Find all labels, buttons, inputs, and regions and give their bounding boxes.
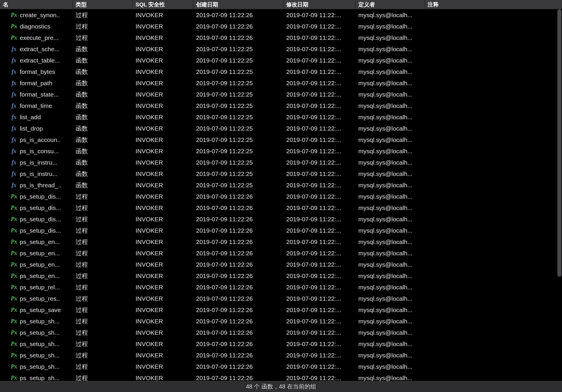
cell-sql-security: INVOKER — [133, 101, 193, 111]
function-icon: fx — [10, 136, 17, 143]
cell-modified: 2019-07-09 11:22:... — [283, 339, 355, 349]
cell-type: 过程 — [73, 21, 133, 32]
function-icon: fx — [10, 91, 17, 98]
table-row[interactable]: Pxcreate_synon..过程INVOKER2019-07-09 11:2… — [0, 9, 562, 21]
cell-comment — [425, 218, 562, 220]
table-row[interactable]: Pxps_setup_rel...过程INVOKER2019-07-09 11:… — [0, 281, 562, 293]
cell-created: 2019-07-09 11:22:25 — [193, 56, 283, 65]
table-row[interactable]: Pxps_setup_en...过程INVOKER2019-07-09 11:2… — [0, 259, 562, 270]
cell-comment — [425, 207, 562, 209]
routine-name: diagnostics — [20, 23, 50, 30]
table-row[interactable]: Pxps_setup_en...过程INVOKER2019-07-09 11:2… — [0, 247, 562, 259]
cell-comment — [425, 297, 562, 300]
cell-definer: mysql.sys@localh... — [355, 10, 425, 20]
cell-definer: mysql.sys@localh... — [355, 215, 425, 224]
cell-definer: mysql.sys@localh... — [355, 169, 425, 179]
cell-name: Pxps_setup_dis... — [0, 203, 73, 213]
cell-comment — [425, 161, 562, 164]
cell-name: Pxdiagnostics — [0, 22, 73, 31]
cell-comment — [425, 25, 562, 28]
cell-definer: mysql.sys@localh... — [355, 271, 425, 281]
routine-name: ps_setup_dis... — [20, 193, 61, 200]
cell-name: fxlist_add — [0, 113, 73, 122]
cell-sql-security: INVOKER — [133, 79, 193, 88]
cell-sql-security: INVOKER — [133, 113, 193, 122]
table-row[interactable]: fxextract_table...函数INVOKER2019-07-09 11… — [0, 55, 562, 66]
routine-name: list_drop — [20, 125, 43, 132]
cell-definer: mysql.sys@localh... — [355, 317, 425, 326]
cell-created: 2019-07-09 11:22:26 — [193, 192, 283, 201]
table-row[interactable]: fxformat_path函数INVOKER2019-07-09 11:22:2… — [0, 77, 562, 89]
table-row[interactable]: fxps_is_accoun..函数INVOKER2019-07-09 11:2… — [0, 134, 562, 145]
cell-modified: 2019-07-09 11:22:... — [283, 101, 355, 111]
cell-sql-security: INVOKER — [133, 181, 193, 190]
cell-definer: mysql.sys@localh... — [355, 44, 425, 54]
table-row[interactable]: Pxps_setup_sh...过程INVOKER2019-07-09 11:2… — [0, 372, 562, 381]
table-row[interactable]: Pxps_setup_en...过程INVOKER2019-07-09 11:2… — [0, 270, 562, 281]
cell-name: Pxps_setup_dis... — [0, 192, 73, 201]
cell-comment — [425, 377, 562, 379]
table-row[interactable]: Pxps_setup_dis...过程INVOKER2019-07-09 11:… — [0, 225, 562, 236]
table-row[interactable]: fxps_is_instru...函数INVOKER2019-07-09 11:… — [0, 168, 562, 179]
table-row[interactable]: fxlist_drop函数INVOKER2019-07-09 11:22:252… — [0, 123, 562, 134]
cell-sql-security: INVOKER — [133, 203, 193, 213]
procedure-icon: Px — [10, 23, 17, 30]
table-row[interactable]: Pxps_setup_save过程INVOKER2019-07-09 11:22… — [0, 304, 562, 316]
table-row[interactable]: Pxps_setup_res..过程INVOKER2019-07-09 11:2… — [0, 293, 562, 304]
table-row[interactable]: fxps_is_instru...函数INVOKER2019-07-09 11:… — [0, 157, 562, 168]
cell-sql-security: INVOKER — [133, 294, 193, 303]
cell-name: fxlist_drop — [0, 124, 73, 133]
table-row[interactable]: fxextract_sche...函数INVOKER2019-07-09 11:… — [0, 43, 562, 55]
table-row[interactable]: fxformat_state...函数INVOKER2019-07-09 11:… — [0, 89, 562, 100]
table-row[interactable]: Pxps_setup_dis...过程INVOKER2019-07-09 11:… — [0, 202, 562, 213]
table-row[interactable]: fxlist_add函数INVOKER2019-07-09 11:22:2520… — [0, 111, 562, 123]
col-header-name[interactable]: 名 — [0, 0, 73, 10]
cell-created: 2019-07-09 11:22:25 — [193, 44, 283, 54]
table-row[interactable]: Pxps_setup_sh...过程INVOKER2019-07-09 11:2… — [0, 350, 562, 361]
cell-definer: mysql.sys@localh... — [355, 33, 425, 42]
routine-name: format_time — [20, 102, 52, 109]
function-icon: fx — [10, 68, 17, 75]
col-header-type[interactable]: 类型 — [73, 0, 133, 10]
cell-definer: mysql.sys@localh... — [355, 373, 425, 381]
cell-definer: mysql.sys@localh... — [355, 67, 425, 76]
table-row[interactable]: fxps_is_thread_..函数INVOKER2019-07-09 11:… — [0, 179, 562, 191]
table-row[interactable]: Pxps_setup_dis...过程INVOKER2019-07-09 11:… — [0, 213, 562, 225]
routine-name: format_state... — [20, 91, 59, 98]
cell-type: 函数 — [73, 123, 133, 134]
cell-name: fxps_is_consu... — [0, 147, 73, 156]
table-row[interactable]: Pxps_setup_sh...过程INVOKER2019-07-09 11:2… — [0, 338, 562, 350]
cell-sql-security: INVOKER — [133, 249, 193, 258]
cell-modified: 2019-07-09 11:22:... — [283, 283, 355, 292]
table-row[interactable]: fxformat_time函数INVOKER2019-07-09 11:22:2… — [0, 100, 562, 111]
table-row[interactable]: Pxps_setup_dis...过程INVOKER2019-07-09 11:… — [0, 191, 562, 202]
table-row[interactable]: Pxexecute_pre...过程INVOKER2019-07-09 11:2… — [0, 32, 562, 43]
col-header-modified[interactable]: 修改日期 — [283, 0, 355, 10]
cell-sql-security: INVOKER — [133, 169, 193, 179]
col-header-definer[interactable]: 定义者 — [355, 0, 425, 10]
cell-definer: mysql.sys@localh... — [355, 124, 425, 133]
cell-sql-security: INVOKER — [133, 283, 193, 292]
scrollbar-thumb[interactable] — [557, 9, 561, 277]
vertical-scrollbar[interactable] — [557, 9, 562, 381]
table-row[interactable]: fxformat_bytes函数INVOKER2019-07-09 11:22:… — [0, 66, 562, 77]
table-row[interactable]: Pxps_setup_sh...过程INVOKER2019-07-09 11:2… — [0, 361, 562, 372]
cell-sql-security: INVOKER — [133, 215, 193, 224]
col-header-sql-security[interactable]: SQL 安全性 — [133, 0, 193, 10]
col-header-comment[interactable]: 注释 — [425, 0, 562, 10]
procedure-icon: Px — [10, 352, 17, 359]
cell-modified: 2019-07-09 11:22:... — [283, 373, 355, 381]
cell-created: 2019-07-09 11:22:26 — [193, 328, 283, 337]
table-row[interactable]: Pxdiagnostics过程INVOKER2019-07-09 11:22:2… — [0, 21, 562, 32]
cell-type: 过程 — [73, 10, 133, 20]
table-row[interactable]: Pxps_setup_en...过程INVOKER2019-07-09 11:2… — [0, 236, 562, 247]
table-row[interactable]: fxps_is_consu...函数INVOKER2019-07-09 11:2… — [0, 145, 562, 157]
procedure-icon: Px — [10, 216, 17, 222]
cell-created: 2019-07-09 11:22:26 — [193, 373, 283, 381]
cell-definer: mysql.sys@localh... — [355, 22, 425, 31]
table-row[interactable]: Pxps_setup_sh...过程INVOKER2019-07-09 11:2… — [0, 316, 562, 327]
routine-name: ps_setup_save — [20, 307, 61, 313]
table-row[interactable]: Pxps_setup_sh...过程INVOKER2019-07-09 11:2… — [0, 327, 562, 338]
procedure-icon: Px — [10, 284, 17, 291]
col-header-created[interactable]: 创建日期 — [193, 0, 283, 10]
